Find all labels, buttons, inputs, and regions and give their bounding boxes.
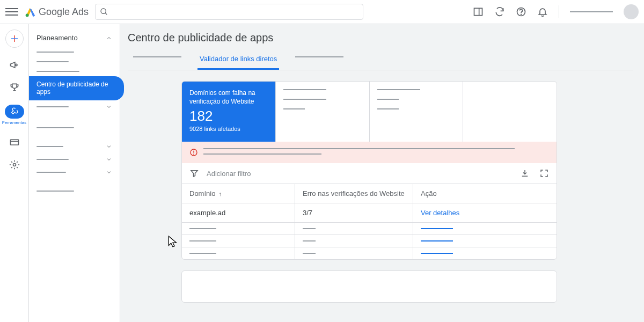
col-domain[interactable]: Domínio↑ — [182, 184, 295, 203]
alert-icon — [189, 148, 198, 157]
sort-asc-icon: ↑ — [218, 191, 222, 197]
rail-tools[interactable]: Ferramentas — [5, 105, 24, 125]
chevron-down-icon — [106, 169, 112, 175]
rail-admin[interactable] — [5, 159, 24, 170]
chevron-down-icon — [106, 143, 112, 150]
svg-point-9 — [15, 64, 17, 65]
tools-icon — [10, 107, 19, 115]
plus-icon — [10, 34, 19, 43]
sidebar-item-app-hub[interactable]: Centro de publicidade de apps — [29, 76, 124, 100]
rail-campaigns[interactable] — [5, 60, 24, 70]
table-row — [182, 222, 557, 235]
filter-bar: Adicionar filtro — [182, 163, 557, 184]
megaphone-icon — [9, 60, 20, 70]
tab-placeholder[interactable] — [295, 56, 343, 57]
sidebar-item[interactable] — [29, 100, 120, 113]
filter-placeholder[interactable]: Adicionar filtro — [207, 170, 251, 178]
sidebar-item[interactable] — [29, 166, 120, 179]
trophy-icon — [9, 82, 20, 93]
page-title: Centro de publicidade de apps — [128, 32, 633, 44]
panel-icon[interactable] — [473, 6, 484, 17]
rail-goals[interactable] — [5, 82, 24, 93]
svg-point-14 — [13, 164, 16, 166]
refresh-icon[interactable] — [494, 6, 505, 17]
svg-line-2 — [105, 13, 107, 14]
fullscreen-icon[interactable] — [539, 169, 549, 178]
view-details-link[interactable]: Ver detalhes — [421, 209, 459, 217]
create-button[interactable] — [5, 30, 24, 48]
chevron-down-icon — [106, 156, 112, 163]
google-ads-icon — [25, 6, 36, 18]
sidebar-item-label: Centro de publicidade de apps — [36, 80, 116, 96]
sidebar-section-header[interactable]: Planeamento — [29, 32, 120, 47]
sidebar-section-label: Planeamento — [36, 34, 78, 42]
sidebar: Planeamento Centro de publicidade de app… — [29, 24, 120, 322]
menu-icon[interactable] — [5, 5, 18, 18]
svg-point-17 — [194, 154, 194, 155]
account-placeholder — [570, 11, 613, 12]
tab-deep-link-validator[interactable]: Validador de links diretos — [197, 49, 279, 70]
col-action[interactable]: Ação — [413, 184, 557, 203]
tabs: Validador de links diretos — [128, 49, 633, 70]
divider — [559, 5, 559, 18]
logo[interactable]: Google Ads — [25, 6, 89, 18]
help-icon[interactable] — [516, 6, 526, 17]
stat-box[interactable] — [276, 82, 370, 142]
stat-box[interactable] — [463, 82, 557, 142]
download-icon[interactable] — [520, 169, 530, 178]
table-row: example.ad 3/7 Ver detalhes — [182, 203, 557, 222]
stat-failed-domains[interactable]: Domínios com falha na verificação do Web… — [182, 82, 276, 142]
secondary-card — [181, 270, 557, 303]
chevron-down-icon — [106, 104, 112, 110]
card-icon — [9, 137, 20, 148]
search-input[interactable] — [95, 4, 363, 20]
tab-placeholder[interactable] — [133, 56, 181, 57]
col-error[interactable]: Erro nas verificações do Website — [295, 184, 413, 203]
stat-label: Domínios com falha na verificação do Web… — [189, 89, 268, 106]
rail-tools-label: Ferramentas — [2, 120, 26, 125]
gear-icon — [9, 159, 20, 170]
app-header: Google Ads — [0, 0, 644, 24]
chevron-up-icon — [106, 35, 112, 41]
alert-banner — [182, 142, 557, 163]
domains-table: Domínio↑ Erro nas verificações do Websit… — [182, 184, 557, 259]
avatar[interactable] — [624, 4, 639, 19]
cell-error: 3/7 — [295, 203, 413, 222]
svg-rect-12 — [10, 140, 18, 145]
table-row — [182, 235, 557, 247]
main-content: Centro de publicidade de apps Validador … — [120, 24, 644, 322]
bell-icon[interactable] — [537, 6, 548, 17]
svg-point-0 — [26, 13, 29, 17]
cell-domain: example.ad — [182, 203, 295, 222]
stat-sub: 9028 links afetados — [189, 126, 268, 132]
stat-box[interactable] — [370, 82, 464, 142]
logo-text: Google Ads — [39, 6, 89, 18]
svg-point-1 — [101, 9, 106, 13]
nav-rail: Ferramentas — [0, 24, 29, 322]
sidebar-item[interactable] — [29, 140, 120, 153]
rail-billing[interactable] — [5, 137, 24, 148]
table-row — [182, 247, 557, 259]
search-icon — [100, 8, 108, 16]
svg-point-6 — [521, 14, 522, 15]
filter-icon[interactable] — [189, 169, 199, 178]
stat-value: 182 — [189, 108, 268, 125]
validation-card: Domínios com falha na verificação do Web… — [181, 81, 557, 260]
sidebar-item[interactable] — [29, 153, 120, 166]
svg-rect-3 — [474, 8, 482, 15]
